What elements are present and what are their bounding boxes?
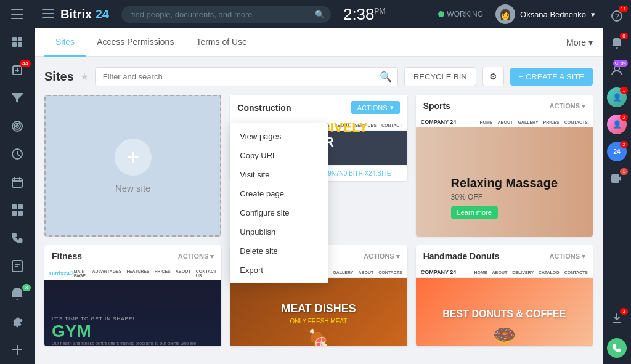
sidebar-target-icon[interactable] <box>0 112 35 140</box>
sites-search-input[interactable] <box>95 67 398 86</box>
menu-view-pages[interactable]: View pages <box>230 127 328 146</box>
svg-rect-30 <box>42 17 54 18</box>
tab-sites[interactable]: Sites <box>44 28 86 57</box>
sites-grid: + New site Construction ACTIONS ▾ C <box>44 95 593 346</box>
site-card-donuts: Handmade Donuts ACTIONS ▾ COMPANY 24 HOM… <box>416 245 593 346</box>
svg-rect-29 <box>42 13 54 14</box>
donuts-actions-button[interactable]: ACTIONS ▾ <box>550 253 586 261</box>
right-video-icon[interactable]: 1 <box>603 165 631 192</box>
right-crm-icon[interactable]: CRM <box>603 57 631 84</box>
sidebar-home-icon[interactable] <box>0 28 35 55</box>
menu-export[interactable]: Export <box>230 261 328 280</box>
status-dot <box>438 11 444 17</box>
restaurant-food-icon: 🍖 <box>281 328 356 347</box>
recycle-bin-button[interactable]: RECYCLE BIN <box>404 67 476 86</box>
donuts-company-bar: COMPANY 24 HOMEABOUTDELIVERYCATALOGCONTA… <box>416 267 593 278</box>
svg-rect-4 <box>18 37 22 41</box>
fitness-preview-desc: Our health and fitness centre offers tra… <box>52 341 214 346</box>
sidebar-filter-icon[interactable] <box>0 84 35 111</box>
sidebar-book-icon[interactable] <box>0 252 35 280</box>
favorite-star-icon[interactable]: ★ <box>80 71 89 83</box>
crm-badge: CRM <box>613 60 628 67</box>
sidebar-plus-icon[interactable] <box>0 336 35 364</box>
svg-line-15 <box>17 154 20 156</box>
fitness-preview-tagline: IT'S TIME TO GET IN SHAPE! <box>52 316 214 322</box>
construction-card-name: Construction <box>237 103 291 113</box>
svg-text:?: ? <box>615 12 619 21</box>
sports-company-bar: COMPANY 24 HOMEABOUTGALLERYPRICESCONTACT… <box>416 117 593 127</box>
right-phone-bottom-icon[interactable] <box>603 334 631 362</box>
tabs-bar: Sites Access Permissions Terms of Use Mo… <box>35 28 603 57</box>
topbar-search[interactable]: 🔍 <box>121 6 331 23</box>
app-logo-highlight: 24 <box>96 7 109 21</box>
sidebar-calendar-icon[interactable] <box>0 168 35 196</box>
context-menu: View pages Copy URL Visit site Create pa… <box>230 123 328 283</box>
restaurant-preview-text: MEAT DISHES <box>281 302 356 315</box>
right-bell-icon[interactable]: 8 <box>603 30 631 57</box>
topbar: Bitrix 24 🔍 2:38PM WORKING 👩 Oksana Bedn… <box>35 0 603 28</box>
donuts-preview-text: BEST DONUTS & COFFEE <box>442 309 566 320</box>
app-logo[interactable]: Bitrix 24 <box>60 7 109 22</box>
sidebar-grid-icon[interactable] <box>0 196 35 224</box>
construction-card-header: Construction ACTIONS ▾ <box>230 95 407 120</box>
user-menu[interactable]: 👩 Oksana Bednenko ▾ <box>495 4 595 24</box>
svg-rect-2 <box>11 18 23 19</box>
sports-card-name: Sports <box>423 101 450 111</box>
tab-more[interactable]: More ▾ <box>566 28 593 56</box>
svg-rect-34 <box>613 322 621 323</box>
working-status[interactable]: WORKING <box>438 10 483 18</box>
construction-card-wrapper: Construction ACTIONS ▾ COMPANY 24 HOMEAB… <box>230 95 407 237</box>
svg-point-12 <box>16 125 18 127</box>
sidebar-phone-icon[interactable] <box>0 224 35 252</box>
donuts-icon: 🍩 <box>442 325 566 346</box>
phone-green-icon <box>607 338 627 358</box>
sports-preview-btn[interactable]: Learn more <box>451 206 498 219</box>
construction-actions-button[interactable]: ACTIONS ▾ <box>351 101 400 114</box>
svg-rect-1 <box>11 14 23 15</box>
right-chat-icon[interactable]: 👤 1 <box>603 84 631 111</box>
svg-rect-16 <box>12 179 22 187</box>
sidebar-settings-icon[interactable] <box>0 308 35 336</box>
svg-rect-23 <box>18 211 23 216</box>
sidebar-bell-icon[interactable]: 3 <box>0 280 35 308</box>
svg-rect-21 <box>18 204 23 209</box>
menu-copy-url[interactable]: Copy URL <box>230 146 328 165</box>
sidebar-tasks-icon[interactable]: 44 <box>0 56 35 84</box>
menu-configure-site[interactable]: Configure site <box>230 203 328 222</box>
chat-badge-1: 1 <box>620 87 628 94</box>
download-badge: 3 <box>620 308 628 315</box>
sites-search-icon: 🔍 <box>380 71 392 83</box>
video-badge: 1 <box>620 168 628 175</box>
chat-badge-2: 2 <box>620 114 628 121</box>
sidebar-clock-icon[interactable] <box>0 140 35 168</box>
tab-terms-of-use[interactable]: Terms of Use <box>185 28 258 57</box>
svg-rect-22 <box>12 211 17 216</box>
right-24-icon[interactable]: 24 2 <box>603 138 631 165</box>
sports-card-header: Sports ACTIONS ▾ <box>416 95 593 117</box>
svg-rect-28 <box>42 9 54 10</box>
svg-rect-20 <box>12 204 17 209</box>
sidebar-menu-icon[interactable] <box>0 0 35 28</box>
menu-delete-site[interactable]: Delete site <box>230 241 328 261</box>
right-download-icon[interactable]: 3 <box>603 305 631 332</box>
hamburger-menu-icon[interactable] <box>42 7 54 22</box>
settings-button[interactable]: ⚙ <box>482 67 504 86</box>
menu-visit-site[interactable]: Visit site <box>230 165 328 184</box>
sports-actions-button[interactable]: ACTIONS ▾ <box>550 102 586 110</box>
new-site-card[interactable]: + New site <box>44 95 221 237</box>
sites-search-bar[interactable]: 🔍 <box>95 67 398 86</box>
fitness-company-bar: Bitrix24© MAIN PAGEADVANTAGESFEATURESPRI… <box>44 267 221 280</box>
search-input[interactable] <box>121 6 331 23</box>
fitness-actions-button[interactable]: ACTIONS ▾ <box>178 253 214 261</box>
right-help-icon[interactable]: ? 11 <box>603 2 631 30</box>
menu-create-page[interactable]: Create page <box>230 184 328 203</box>
svg-rect-5 <box>12 42 17 47</box>
tab-access-permissions[interactable]: Access Permissions <box>86 28 185 57</box>
restaurant-actions-button[interactable]: ACTIONS ▾ <box>364 253 400 261</box>
menu-unpublish[interactable]: Unpublish <box>230 222 328 241</box>
topbar-time: 2:38PM <box>343 5 386 24</box>
create-site-button[interactable]: + CREATE A SITE <box>510 68 593 86</box>
right-chat2-icon[interactable]: 👤 2 <box>603 111 631 138</box>
avatar: 👩 <box>495 4 515 24</box>
new-site-plus-icon: + <box>115 139 152 176</box>
